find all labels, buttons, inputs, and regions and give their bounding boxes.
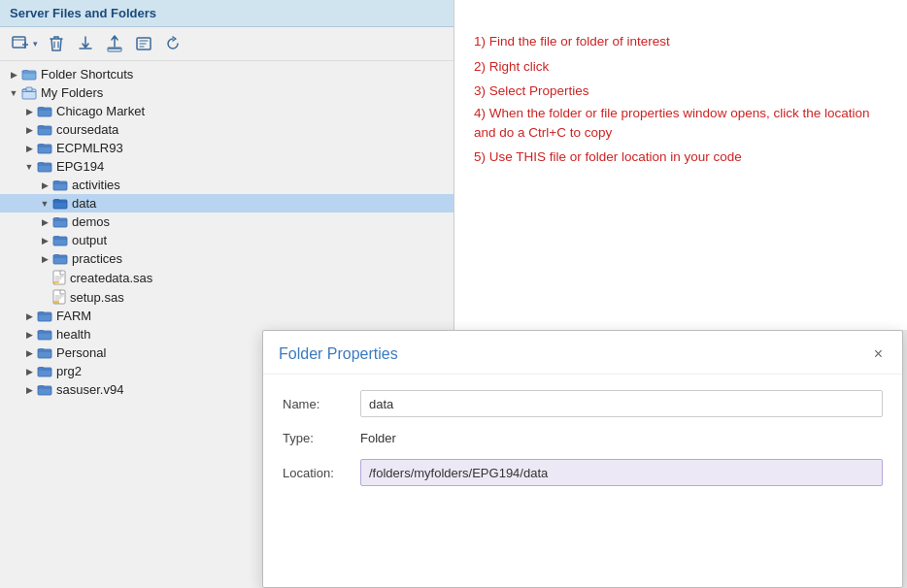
dialog-name-label: Name: (283, 397, 360, 411)
refresh-button[interactable] (162, 33, 184, 54)
prg2-icon (37, 365, 52, 377)
dialog-close-button[interactable]: × (870, 344, 887, 364)
personal-icon (37, 346, 52, 359)
chicago-market-icon (37, 105, 52, 117)
toggle-output[interactable]: ▶ (39, 235, 50, 246)
toggle-coursedata[interactable]: ▶ (23, 124, 35, 136)
tree-item-setup-sas[interactable]: setup.sas (0, 287, 454, 307)
dialog-type-value: Folder (360, 431, 396, 445)
folder-properties-dialog: Folder Properties × Name: data Type: Fol… (262, 330, 903, 588)
tree-item-chicago-market[interactable]: ▶ Chicago Market (0, 102, 454, 120)
upload-button[interactable] (104, 33, 125, 54)
svg-rect-13 (53, 237, 67, 245)
practices-icon (52, 252, 68, 265)
tree-item-activities[interactable]: ▶ activities (0, 176, 454, 194)
instruction-1: 1) Find the file or folder of interest (474, 29, 888, 54)
tree-item-demos[interactable]: ▶ demos (0, 212, 454, 231)
svg-rect-22 (38, 349, 51, 358)
personal-label: Personal (56, 345, 106, 360)
svg-rect-20 (38, 312, 51, 321)
setup-sas-icon (52, 289, 66, 305)
tree-item-createdata-sas[interactable]: sas createdata.sas (0, 268, 454, 287)
folder-shortcuts-icon (21, 68, 37, 81)
toggle-ecpmlr93[interactable]: ▶ (23, 143, 35, 154)
setup-sas-label: setup.sas (70, 290, 124, 305)
createdata-sas-label: createdata.sas (70, 271, 152, 285)
svg-rect-24 (38, 386, 51, 395)
toggle-sasuser-v94[interactable]: ▶ (23, 384, 35, 396)
instruction-3: 3) Select Properties (474, 79, 888, 104)
my-folders-label: My Folders (41, 85, 103, 100)
dialog-location-row: Location: /folders/myfolders/EPG194/data (283, 459, 883, 486)
toggle-demos[interactable]: ▶ (39, 216, 50, 228)
instructions-text: 1) Find the file or folder of interest 2… (474, 29, 888, 170)
svg-rect-3 (22, 71, 36, 80)
svg-text:sas: sas (54, 281, 60, 285)
tree-item-practices[interactable]: ▶ practices (0, 249, 454, 268)
svg-rect-6 (38, 108, 51, 116)
data-folder-icon (52, 197, 68, 210)
toggle-data[interactable]: ▼ (39, 198, 50, 210)
tree-item-my-folders[interactable]: ▼ My Folders (0, 83, 454, 102)
new-folder-button[interactable] (10, 33, 31, 54)
ecpmlr93-label: ECPMLR93 (56, 141, 123, 155)
svg-rect-23 (38, 368, 51, 376)
instruction-5: 5) Use THIS file or folder location in y… (474, 145, 888, 170)
right-panel: 1) Find the file or folder of interest 2… (454, 0, 907, 330)
data-label: data (72, 196, 96, 211)
toggle-folder-shortcuts[interactable]: ▶ (8, 69, 19, 81)
practices-label: practices (72, 251, 122, 266)
tree-item-ecpmlr93[interactable]: ▶ ECPMLR93 (0, 139, 454, 157)
toggle-practices[interactable]: ▶ (39, 253, 50, 265)
health-label: health (56, 327, 90, 342)
toolbar: ▾ (0, 27, 454, 61)
svg-rect-7 (38, 126, 51, 135)
demos-icon (52, 215, 68, 228)
activities-icon (52, 179, 68, 191)
toggle-personal[interactable]: ▶ (23, 347, 35, 359)
new-dropdown-arrow[interactable]: ▾ (33, 39, 38, 49)
instruction-4: 4) When the folder or file properties wi… (474, 104, 888, 144)
toggle-my-folders[interactable]: ▼ (8, 87, 19, 99)
epg194-icon (37, 160, 52, 173)
toggle-setup-sas (39, 291, 50, 303)
toggle-epg194[interactable]: ▼ (23, 161, 35, 173)
dialog-title: Folder Properties (279, 345, 398, 363)
svg-rect-14 (53, 255, 67, 264)
dialog-header: Folder Properties × (263, 331, 902, 375)
toggle-health[interactable]: ▶ (23, 329, 35, 341)
chicago-market-label: Chicago Market (56, 104, 145, 118)
toggle-prg2[interactable]: ▶ (23, 366, 35, 377)
download-button[interactable] (75, 33, 96, 54)
dialog-location-value[interactable]: /folders/myfolders/EPG194/data (360, 459, 883, 486)
svg-rect-0 (13, 37, 25, 48)
delete-button[interactable] (46, 33, 67, 54)
health-icon (37, 328, 52, 341)
tree-item-farm[interactable]: ▶ FARM (0, 307, 454, 325)
coursedata-icon (37, 123, 52, 136)
activities-label: activities (72, 178, 120, 192)
svg-rect-8 (38, 145, 51, 153)
panel-title: Server Files and Folders (0, 0, 454, 27)
toggle-createdata-sas (39, 272, 50, 283)
output-icon (52, 234, 68, 246)
dialog-type-label: Type: (283, 431, 360, 445)
createdata-sas-icon: sas (52, 270, 66, 285)
tree-item-folder-shortcuts[interactable]: ▶ Folder Shortcuts (0, 65, 454, 83)
svg-rect-19 (53, 301, 59, 304)
ecpmlr93-icon (37, 142, 52, 154)
folder-shortcuts-label: Folder Shortcuts (41, 67, 133, 82)
toggle-chicago-market[interactable]: ▶ (23, 106, 35, 117)
toggle-activities[interactable]: ▶ (39, 180, 50, 191)
tree-item-data[interactable]: ▼ data (0, 194, 454, 212)
sasuser-v94-label: sasuser.v94 (56, 382, 123, 397)
svg-rect-12 (53, 218, 67, 227)
tree-item-output[interactable]: ▶ output (0, 231, 454, 249)
tree-item-coursedata[interactable]: ▶ coursedata (0, 120, 454, 139)
output-label: output (72, 233, 107, 247)
svg-rect-11 (53, 200, 67, 209)
tree-item-epg194[interactable]: ▼ EPG194 (0, 157, 454, 176)
properties-button[interactable] (133, 33, 154, 54)
epg194-label: EPG194 (56, 159, 104, 174)
toggle-farm[interactable]: ▶ (23, 310, 35, 322)
